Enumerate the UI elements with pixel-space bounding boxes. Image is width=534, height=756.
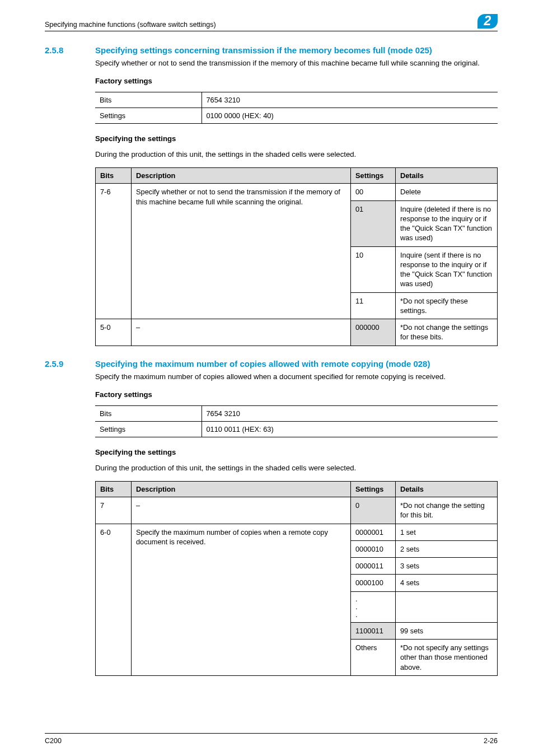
cell-setting: 0000001	[351, 524, 396, 540]
cell-detail: 1 set	[396, 524, 498, 540]
cell-setting: . . .	[351, 591, 396, 622]
section-number: 2.5.9	[45, 358, 77, 370]
cell-bits: 7-6	[96, 184, 132, 319]
cell-detail: 2 sets	[396, 540, 498, 557]
cell-detail: Inquire (deleted if there is no response…	[396, 200, 498, 246]
th-bits: Bits	[96, 481, 132, 497]
th-settings: Settings	[351, 481, 396, 497]
kv-value: 7654 3210	[202, 92, 498, 108]
chapter-badge: 2	[477, 14, 498, 29]
section-intro: Specify the maximum number of copies all…	[95, 372, 498, 382]
cell-detail: 3 sets	[396, 558, 498, 575]
cell-setting: 10	[351, 246, 396, 292]
kv-label: Settings	[95, 421, 202, 437]
kv-value: 0100 0000 (HEX: 40)	[202, 108, 498, 124]
cell-bits: 6-0	[96, 524, 132, 675]
th-settings: Settings	[351, 168, 396, 184]
settings-table-025: Bits Description Settings Details 7-6 Sp…	[95, 167, 498, 346]
kv-value: 0110 0011 (HEX: 63)	[202, 421, 498, 437]
cell-bits: 7	[96, 497, 132, 524]
breadcrumb: Specifying machine functions (software s…	[45, 20, 216, 30]
cell-setting: 0000011	[351, 558, 396, 575]
cell-setting: 0	[351, 497, 396, 524]
cell-setting: 11	[351, 292, 396, 319]
cell-detail: 4 sets	[396, 575, 498, 591]
cell-detail	[396, 591, 498, 622]
cell-bits: 5-0	[96, 319, 132, 346]
section-intro: Specify whether or not to send the trans…	[95, 58, 498, 68]
cell-description: Specify whether or not to send the trans…	[132, 184, 351, 319]
cell-detail: *Do not change the setting for this bit.	[396, 497, 498, 524]
factory-settings-table: Bits 7654 3210 Settings 0100 0000 (HEX: …	[95, 92, 498, 124]
cell-setting: 0000010	[351, 540, 396, 557]
cell-description: Specify the maximum number of copies whe…	[132, 524, 351, 675]
th-description: Description	[132, 168, 351, 184]
th-bits: Bits	[96, 168, 132, 184]
th-details: Details	[396, 168, 498, 184]
kv-label: Settings	[95, 108, 202, 124]
cell-detail: *Do not change the settings for these bi…	[396, 319, 498, 346]
specifying-note: During the production of this unit, the …	[95, 463, 498, 473]
cell-detail: Delete	[396, 184, 498, 200]
kv-value: 7654 3210	[202, 405, 498, 421]
cell-detail: *Do not specify these settings.	[396, 292, 498, 319]
section-title: Specifying the maximum number of copies …	[95, 358, 430, 370]
cell-setting: 01	[351, 200, 396, 246]
specifying-heading: Specifying the settings	[95, 134, 498, 144]
footer-right: 2-26	[484, 736, 498, 746]
factory-settings-heading: Factory settings	[95, 390, 498, 400]
specifying-heading: Specifying the settings	[95, 447, 498, 458]
cell-setting: 0000100	[351, 575, 396, 591]
settings-table-028: Bits Description Settings Details 7 – 0 …	[95, 481, 498, 676]
kv-label: Bits	[95, 92, 202, 108]
footer-left: C200	[45, 736, 62, 746]
cell-detail: Inquire (sent if there is no response to…	[396, 246, 498, 292]
cell-setting: 1100011	[351, 622, 396, 639]
cell-setting: 00	[351, 184, 396, 200]
cell-description: –	[132, 319, 351, 346]
specifying-note: During the production of this unit, the …	[95, 150, 498, 160]
cell-setting: 000000	[351, 319, 396, 346]
section-number: 2.5.8	[45, 45, 77, 56]
th-details: Details	[396, 481, 498, 497]
factory-settings-table: Bits 7654 3210 Settings 0110 0011 (HEX: …	[95, 405, 498, 438]
th-description: Description	[132, 481, 351, 497]
cell-setting: Others	[351, 640, 396, 676]
cell-description: –	[132, 497, 351, 524]
cell-detail: 99 sets	[396, 622, 498, 639]
factory-settings-heading: Factory settings	[95, 76, 498, 86]
kv-label: Bits	[95, 405, 202, 421]
cell-detail: *Do not specify any settings other than …	[396, 640, 498, 676]
section-title: Specifying settings concerning transmiss…	[95, 45, 432, 56]
